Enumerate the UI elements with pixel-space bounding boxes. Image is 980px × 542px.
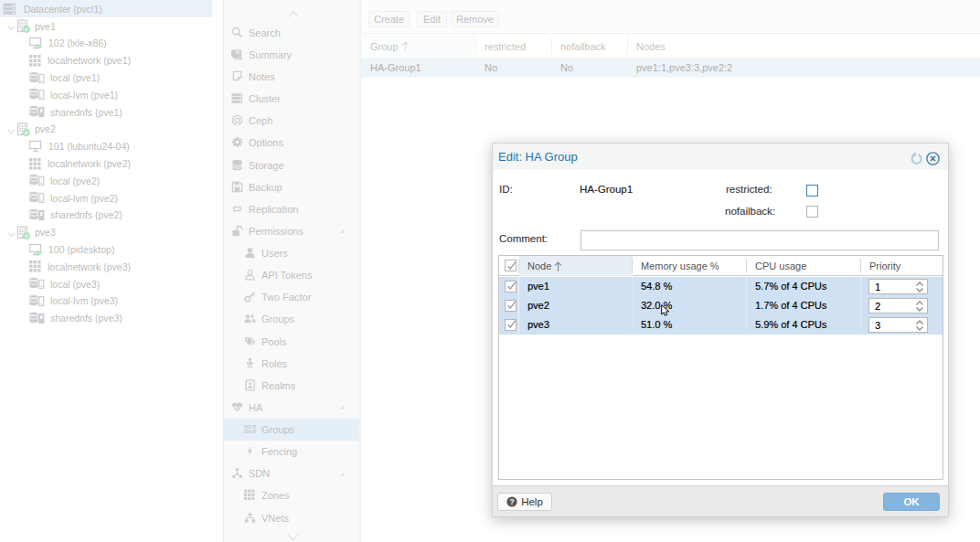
svg-text:?: ? <box>510 497 515 506</box>
